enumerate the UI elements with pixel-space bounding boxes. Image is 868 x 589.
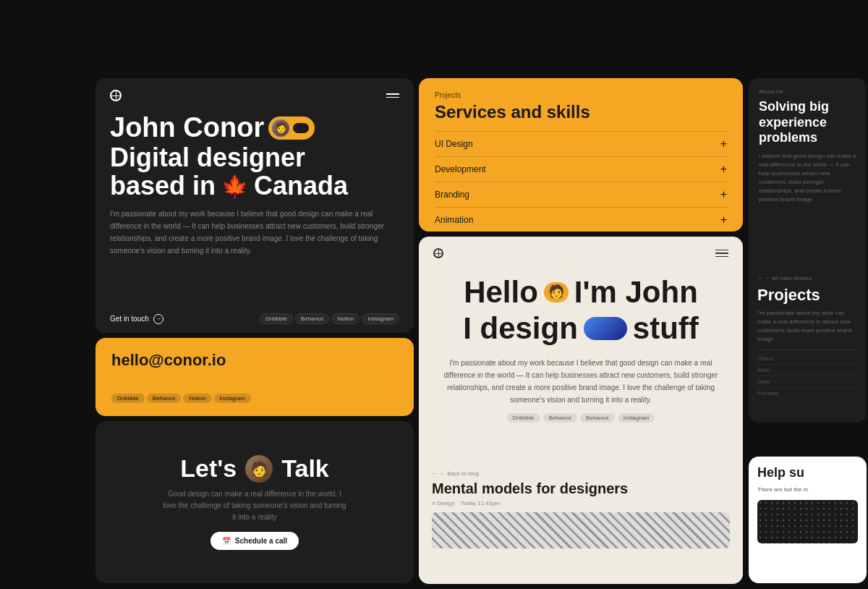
blog-category: # Design	[432, 500, 455, 507]
hero-tagline: Digital designer	[110, 143, 305, 172]
get-in-touch-label: Get in touch	[110, 315, 149, 323]
hero-body-text: I'm passionate about my work because I b…	[110, 208, 399, 257]
about-right-label: About me	[759, 88, 856, 95]
get-in-touch-link[interactable]: Get in touch →	[110, 314, 163, 324]
hello-blob-pill	[584, 317, 627, 340]
email-pill-dribbble[interactable]: Dribbble	[111, 394, 145, 403]
blog-mental-models-card: ← ← Back to blog Mental models for desig…	[419, 460, 743, 583]
email-card: hello@conor.io Dribbble Behance Notion I…	[95, 338, 414, 416]
hello-globe-icon	[433, 248, 443, 258]
talk-body: Good design can make a real difference i…	[161, 488, 349, 523]
talk-title-part2: Talk	[281, 454, 329, 483]
social-pill-instagram[interactable]: Instagram	[362, 313, 399, 324]
service-row-2[interactable]: Development +	[435, 156, 727, 182]
help-body: There are but the m	[757, 486, 858, 494]
projects-body: I'm passionate about my work can make a …	[757, 309, 858, 344]
email-pill-instagram[interactable]: Instagram	[214, 394, 252, 403]
about-right-title: Solving big experience problems	[759, 99, 856, 146]
projects-role-label: Role:	[757, 365, 858, 376]
projects-card: ← ← All case studies Projects I'm passio…	[749, 266, 867, 423]
expand-icon-2: +	[720, 163, 727, 176]
hero-country: Canada	[254, 171, 348, 200]
projects-preview-label: Preview:	[757, 388, 858, 399]
hero-card: John Conor 🧑 Digital designer based in 🍁…	[95, 78, 414, 333]
hello-body-text: I'm passionate about my work because I b…	[433, 357, 728, 406]
hero-location-prefix: based in	[110, 171, 216, 200]
service-name-animation: Animation	[435, 215, 473, 225]
schedule-call-button[interactable]: 📅 Schedule a call	[210, 532, 299, 550]
about-right-card: About me Solving big experience problems…	[749, 78, 867, 236]
hello-stuff-text: stuff	[633, 312, 699, 345]
blog-stripe-pattern	[432, 512, 730, 548]
blog-title: Mental models for designers	[432, 480, 730, 497]
hello-name-part: I'm John	[574, 276, 698, 309]
dots-pattern	[757, 500, 858, 543]
blog-back-link[interactable]: ← ← Back to blog	[432, 470, 730, 477]
hero-social-pills: Dribbble Behance Notion Instagram	[260, 313, 399, 324]
social-pill-behance[interactable]: Behance	[295, 313, 330, 324]
hello-design-text: I design	[463, 312, 578, 345]
services-title: Services and skills	[435, 102, 727, 122]
hello-pill-3[interactable]: Behance	[580, 413, 615, 423]
service-row-4[interactable]: Animation +	[435, 207, 727, 232]
calendar-icon: 📅	[222, 537, 231, 545]
email-social-pills: Dribbble Behance Notion Instagram	[111, 394, 398, 403]
avatar-toggle: 🧑	[268, 116, 315, 140]
projects-client-label: Client:	[757, 353, 858, 365]
social-pill-dribbble[interactable]: Dribbble	[260, 313, 293, 324]
hello-hamburger-icon[interactable]	[715, 250, 728, 258]
email-pill-notion[interactable]: Notion	[183, 394, 211, 403]
projects-back-link[interactable]: ← ← All case studies	[757, 275, 858, 281]
service-row-1[interactable]: UI Design +	[435, 131, 727, 156]
projects-back-label: ← All case studies	[765, 275, 812, 281]
service-name-branding: Branding	[435, 190, 469, 200]
hello-social-pills: Dribbble Behance Behance Instagram	[433, 413, 728, 423]
globe-icon	[110, 90, 122, 101]
email-address[interactable]: hello@conor.io	[111, 351, 398, 370]
back-blog-arrow: ←	[432, 470, 438, 477]
back-arrow-icon: ←	[757, 275, 763, 281]
help-title: Help su	[757, 465, 858, 481]
canada-maple-icon: 🍁	[221, 174, 248, 198]
blog-back-label: ← Back to blog	[440, 470, 479, 477]
service-name-ui: UI Design	[435, 139, 473, 149]
talk-avatar: 🧑	[245, 455, 273, 483]
social-pill-notion[interactable]: Notion	[331, 313, 359, 324]
projects-title: Projects	[757, 286, 858, 305]
about-right-body: I believe that good design can make a re…	[759, 152, 856, 204]
expand-icon-4: +	[720, 213, 727, 226]
hamburger-menu-icon[interactable]	[386, 93, 399, 98]
hello-pill-4[interactable]: Instagram	[618, 413, 655, 423]
expand-icon-1: +	[720, 137, 727, 151]
blog-timestamp: Today 11:43pm	[461, 500, 501, 507]
schedule-label: Schedule a call	[235, 537, 287, 545]
talk-title-part1: Let's	[180, 454, 237, 483]
service-row-3[interactable]: Branding +	[435, 182, 727, 207]
hello-pill-1[interactable]: Dribbble	[507, 413, 540, 423]
email-pill-behance[interactable]: Behance	[147, 394, 182, 403]
screenshot-container: John Conor 🧑 Digital designer based in 🍁…	[0, 0, 868, 589]
projects-date-label: Date:	[757, 376, 858, 388]
hello-pill-2[interactable]: Behance	[543, 413, 578, 423]
hero-name: John Conor	[110, 113, 264, 143]
hello-greeting: Hello	[464, 276, 538, 309]
talk-card: Let's 🧑 Talk Good design can make a real…	[95, 421, 414, 583]
services-card: Projects Services and skills UI Design +…	[419, 78, 743, 232]
service-name-dev: Development	[435, 164, 486, 174]
arrow-right-icon: →	[153, 314, 163, 324]
hello-avatar-pill: 🧑	[544, 282, 569, 302]
expand-icon-3: +	[720, 188, 727, 201]
services-section-label: Projects	[435, 91, 727, 99]
help-card: Help su There are but the m	[749, 457, 867, 583]
